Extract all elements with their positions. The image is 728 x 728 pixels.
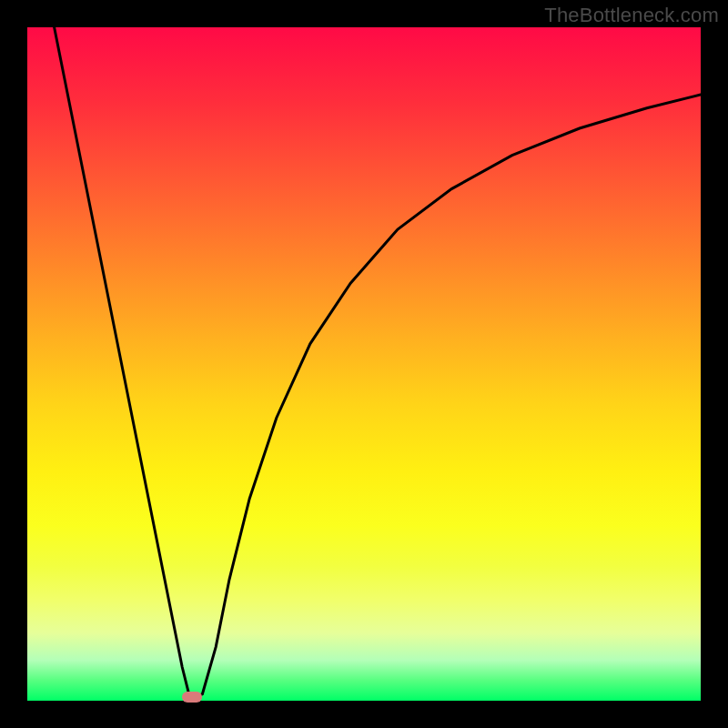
watermark-text: TheBottleneck.com	[544, 4, 719, 27]
curve-left-branch	[55, 27, 189, 694]
curve-right-branch	[196, 95, 701, 697]
minimum-point-marker	[182, 692, 202, 703]
bottleneck-line-chart	[27, 27, 701, 701]
